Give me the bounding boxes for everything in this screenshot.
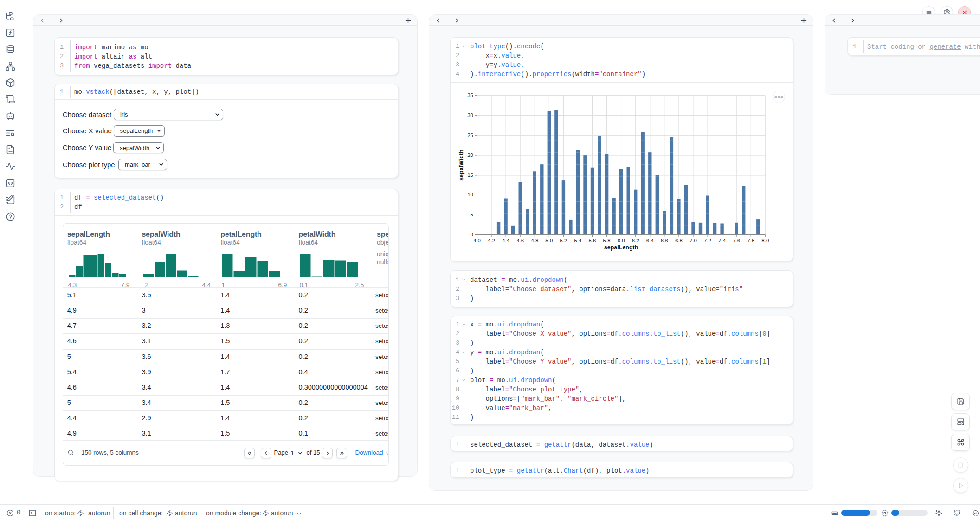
svg-text:5.2: 5.2 [560, 238, 567, 243]
svg-text:5.4: 5.4 [574, 238, 582, 243]
svg-text:20: 20 [467, 152, 473, 158]
svg-text:7.4: 7.4 [718, 238, 726, 243]
svg-text:7.6: 7.6 [733, 238, 740, 243]
svg-text:6.2: 6.2 [632, 238, 639, 243]
svg-text:4.4: 4.4 [502, 238, 510, 243]
svg-text:0: 0 [471, 232, 473, 237]
svg-text:6.4: 6.4 [646, 238, 654, 243]
svg-text:10: 10 [467, 192, 473, 197]
svg-text:7.8: 7.8 [747, 238, 754, 243]
svg-text:sepalWidth: sepalWidth [458, 150, 464, 181]
svg-text:5.8: 5.8 [603, 238, 611, 243]
svg-text:6.8: 6.8 [675, 238, 683, 243]
svg-text:7.2: 7.2 [704, 238, 711, 243]
svg-text:6.0: 6.0 [618, 238, 625, 243]
svg-text:7.0: 7.0 [690, 238, 697, 243]
svg-text:4.0: 4.0 [473, 238, 481, 243]
svg-text:4.2: 4.2 [488, 238, 495, 243]
svg-text:sepalLength: sepalLength [604, 244, 638, 251]
svg-text:4.6: 4.6 [516, 238, 524, 243]
svg-text:5: 5 [471, 212, 473, 217]
svg-text:30: 30 [467, 112, 473, 118]
svg-text:5.6: 5.6 [589, 238, 596, 243]
svg-text:8.0: 8.0 [761, 238, 769, 243]
svg-text:25: 25 [467, 132, 473, 138]
svg-text:4.8: 4.8 [531, 238, 538, 243]
svg-text:6.6: 6.6 [661, 238, 668, 243]
svg-text:5.0: 5.0 [545, 238, 553, 243]
svg-text:15: 15 [467, 172, 473, 178]
svg-text:35: 35 [467, 92, 473, 98]
